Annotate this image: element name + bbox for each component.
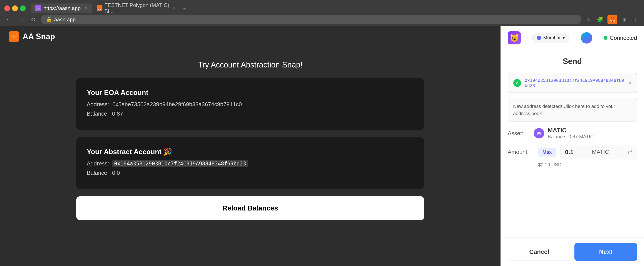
matic-icon: M	[534, 128, 544, 138]
abstract-account-card: Your Abstract Account 🎉 Address: 0x194a3…	[76, 137, 424, 189]
tab-favicon-testnet: 🦊	[97, 5, 102, 11]
tab-aasn[interactable]: 🔗 https://aasn.app ×	[31, 4, 92, 13]
widget-title: Send	[508, 57, 637, 66]
address-notice-box[interactable]: New address detected! Click here to add …	[508, 98, 637, 122]
address-bar-row: ← → ↻ 🔒 aasn.app ☆ 🧩 🦊 ⊞ ⋮	[0, 13, 644, 26]
reload-nav-icon: ↻	[31, 16, 36, 23]
connected-badge: Connected	[604, 35, 637, 41]
swap-currency-icon[interactable]: ⇄	[628, 148, 632, 156]
recipient-address-box[interactable]: ✓ 0x194o35B12903B10c7f24C919A98848348f69…	[508, 73, 637, 93]
usd-equivalent-value: $0.10 USD	[508, 162, 637, 168]
asset-label: Asset:	[508, 130, 530, 137]
puzzle-icon[interactable]: ⊞	[620, 16, 628, 24]
next-button[interactable]: Next	[574, 243, 637, 261]
window-controls	[4, 6, 26, 11]
eoa-address-value: 0x5ebe73502a239b94be29f69b33a3674c9b7911…	[112, 101, 242, 108]
cancel-button[interactable]: Cancel	[508, 243, 571, 261]
widget-header: 😺 Mumbai ▾ Connected	[501, 26, 644, 50]
widget-logo-icon: 😺	[510, 33, 519, 43]
abstract-balance-detail: Balance: 0.0	[87, 170, 414, 176]
reload-nav-button[interactable]: ↻	[29, 15, 38, 24]
address-bar[interactable]: 🔒 aasn.app	[41, 15, 582, 24]
lock-icon: 🔒	[46, 17, 52, 23]
asset-row: Asset: M MATIC Balance: 0.87 MATIC	[508, 127, 637, 140]
tab-close-aasn[interactable]: ×	[85, 6, 88, 11]
window-maximize-button[interactable]	[20, 6, 26, 11]
widget-logo: 😺	[508, 31, 521, 44]
app-title: AA Snap	[22, 32, 55, 41]
tab-label-aasn: https://aasn.app	[44, 5, 81, 11]
asset-name: MATIC	[548, 127, 594, 134]
tab-label-testnet: TESTNET Polygon (MATIC) Bl...	[104, 2, 171, 14]
address-check-icon: ✓	[513, 79, 521, 87]
connected-label: Connected	[610, 35, 637, 41]
amount-label: Amount:	[508, 149, 534, 155]
asset-balance-value: 0.87 MATIC	[568, 134, 594, 139]
app-header: 🔆 AA Snap	[0, 26, 500, 47]
abstract-card-title: Your Abstract Account 🎉	[87, 148, 414, 156]
eoa-address-label: Address:	[87, 101, 109, 108]
back-icon: ←	[6, 16, 12, 23]
recipient-address-value: 0x194o35B12903B10c7f24C919A98848348f69bd…	[525, 78, 624, 88]
back-button[interactable]: ←	[4, 15, 13, 24]
aasn-favicon-icon: 🔗	[36, 6, 40, 11]
browser-toolbar-icons: ☆ 🧩 🦊 ⊞ ⋮	[585, 15, 640, 24]
clear-address-button[interactable]: ×	[628, 80, 632, 86]
asset-balance-label: Balance:	[548, 134, 566, 139]
reload-balances-button[interactable]: Reload Balances	[76, 196, 424, 220]
eoa-balance-detail: Balance: 0.87	[87, 110, 414, 117]
connected-dot-icon	[604, 36, 608, 40]
forward-button[interactable]: →	[16, 15, 25, 24]
asset-details: MATIC Balance: 0.87 MATIC	[548, 127, 594, 140]
account-avatar[interactable]	[581, 32, 592, 44]
asset-info: M MATIC Balance: 0.87 MATIC	[534, 127, 594, 140]
amount-section: Amount: Max 0.1 MATIC ⇄ $0.10 USD	[508, 145, 637, 168]
amount-row: Amount: Max 0.1 MATIC ⇄	[508, 145, 637, 159]
abstract-balance-value: 0.0	[112, 170, 120, 176]
widget-body: Send ✓ 0x194o35B12903B10c7f24C919A988483…	[501, 50, 644, 237]
main-content: 🔆 AA Snap Try Account Abstraction Snap! …	[0, 26, 644, 266]
page-title: Try Account Abstraction Snap!	[198, 60, 303, 69]
network-chevron-icon: ▾	[562, 35, 565, 41]
menu-icon[interactable]: ⋮	[632, 16, 640, 24]
tab-bar: 🔗 https://aasn.app × 🦊 TESTNET Polygon (…	[0, 0, 644, 13]
metamask-icon[interactable]: 🦊	[608, 15, 617, 24]
abstract-balance-label: Balance:	[87, 170, 109, 176]
amount-input-value: 0.1	[565, 149, 574, 156]
app-logo-icon: 🔆	[10, 33, 18, 40]
amount-currency: MATIC	[592, 149, 609, 155]
amount-input-container[interactable]: 0.1 MATIC ⇄	[560, 145, 637, 159]
eoa-balance-value: 0.87	[112, 110, 123, 117]
eoa-account-card: Your EOA Account Address: 0x5ebe73502a23…	[76, 78, 424, 130]
asset-balance: Balance: 0.87 MATIC	[548, 134, 594, 140]
extension-icon[interactable]: 🧩	[596, 16, 604, 24]
page-content: Try Account Abstraction Snap! Your EOA A…	[0, 47, 500, 266]
forward-icon: →	[18, 16, 24, 23]
max-amount-button[interactable]: Max	[538, 148, 556, 157]
abstract-address-label: Address:	[87, 160, 109, 167]
abstract-address-value: 0x194a35B12903B10c7f24C919A98848348f69bd…	[112, 160, 248, 167]
eoa-card-title: Your EOA Account	[87, 89, 414, 97]
tab-favicon-aasn: 🔗	[35, 5, 41, 11]
eoa-balance-label: Balance:	[87, 110, 109, 117]
network-selector[interactable]: Mumbai ▾	[532, 33, 570, 43]
app-logo: 🔆	[9, 31, 19, 42]
bookmark-icon[interactable]: ☆	[585, 16, 593, 24]
tab-close-testnet[interactable]: ×	[173, 6, 175, 11]
network-label: Mumbai	[543, 35, 560, 41]
abstract-address-detail: Address: 0x194a35B12903B10c7f24C919A9884…	[87, 160, 414, 167]
left-panel: 🔆 AA Snap Try Account Abstraction Snap! …	[0, 26, 500, 266]
window-minimize-button[interactable]	[12, 6, 18, 11]
address-text: aasn.app	[54, 17, 76, 23]
browser-chrome: 🔗 https://aasn.app × 🦊 TESTNET Polygon (…	[0, 0, 644, 26]
network-dot-icon	[537, 36, 541, 40]
eoa-address-detail: Address: 0x5ebe73502a239b94be29f69b33a36…	[87, 101, 414, 108]
testnet-favicon-icon: 🦊	[98, 6, 102, 11]
new-tab-button[interactable]: +	[180, 4, 189, 13]
send-widget-panel: 😺 Mumbai ▾ Connected Send ✓ 0x194o35B129…	[500, 26, 644, 266]
window-close-button[interactable]	[4, 6, 10, 11]
widget-footer: Cancel Next	[501, 237, 644, 266]
